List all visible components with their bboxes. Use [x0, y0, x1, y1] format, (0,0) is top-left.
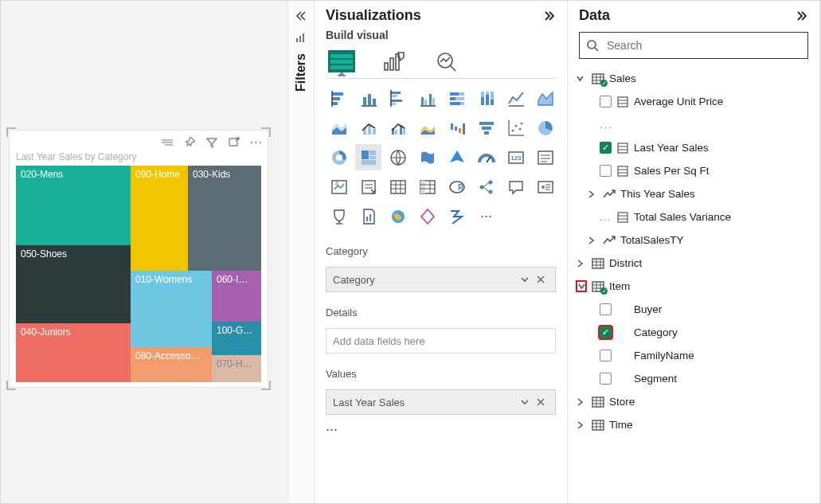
viz-goals-icon[interactable] — [326, 203, 352, 229]
field-more[interactable]: ... — [576, 113, 813, 136]
viz-funnel-icon[interactable] — [473, 115, 499, 141]
tab-analytics[interactable] — [431, 46, 463, 76]
checkbox[interactable] — [600, 96, 612, 107]
treemap-cell[interactable]: 020-Mens — [16, 166, 131, 245]
field-category[interactable]: Category — [576, 321, 813, 344]
report-canvas[interactable]: ··· Last Year Sales by Category 020-Mens… — [1, 1, 287, 503]
chevron-right-icon[interactable] — [587, 190, 598, 198]
filters-rail[interactable]: Filters — [287, 1, 315, 503]
expand-filters-icon[interactable] — [288, 7, 314, 25]
remove-field-icon[interactable] — [533, 397, 549, 407]
field-familyname[interactable]: FamilyName — [576, 344, 813, 367]
viz-area-icon[interactable] — [532, 85, 558, 111]
field-well-details[interactable]: Add data fields here — [326, 328, 556, 354]
checkbox[interactable] — [600, 350, 612, 361]
viz-decomposition-tree-icon[interactable] — [473, 174, 499, 200]
treemap-cell[interactable]: 070-H… — [212, 355, 261, 382]
field-this-year-sales[interactable]: This Year Sales — [576, 182, 813, 205]
viz-treemap-icon[interactable] — [355, 144, 381, 170]
viz-power-apps-icon[interactable] — [414, 203, 440, 229]
tab-format-visual[interactable] — [378, 46, 410, 76]
field-buyer[interactable]: Buyer — [576, 298, 813, 321]
field-segment[interactable]: Segment — [576, 367, 813, 390]
viz-clustered-bar-icon[interactable] — [385, 85, 411, 111]
viz-multi-row-card-icon[interactable] — [532, 144, 558, 170]
filter-icon[interactable] — [205, 136, 218, 149]
focus-mode-icon[interactable] — [228, 136, 240, 149]
table-district[interactable]: District — [576, 252, 813, 275]
more-options-icon[interactable]: ··· — [250, 136, 263, 149]
chevron-down-icon[interactable] — [517, 275, 533, 284]
checkbox[interactable] — [600, 142, 612, 154]
collapse-data-icon[interactable] — [796, 10, 808, 21]
viz-matrix-icon[interactable] — [414, 174, 440, 200]
checkbox[interactable] — [600, 373, 612, 385]
chevron-right-icon[interactable] — [587, 236, 598, 244]
viz-clustered-column-icon[interactable] — [414, 85, 440, 111]
treemap-cell[interactable]: 040-Juniors — [16, 323, 131, 382]
field-total-sales-variance[interactable]: ... Total Sales Variance — [576, 205, 813, 229]
remove-field-icon[interactable] — [533, 275, 549, 284]
viz-paginated-report-icon[interactable] — [355, 203, 381, 229]
field-sales-per-sqft[interactable]: Sales Per Sq Ft — [576, 159, 813, 182]
viz-r-visual-icon[interactable]: R — [444, 174, 470, 200]
viz-pie-icon[interactable] — [532, 115, 558, 141]
more-options-icon[interactable]: ··· — [315, 415, 567, 444]
chevron-down-icon[interactable] — [576, 280, 587, 292]
viz-gauge-icon[interactable] — [473, 144, 499, 170]
viz-table-icon[interactable] — [385, 174, 411, 200]
viz-map-icon[interactable] — [385, 144, 411, 170]
search-input[interactable] — [605, 38, 801, 53]
viz-azure-map-icon[interactable] — [444, 144, 470, 170]
field-average-unit-price[interactable]: Average Unit Price — [576, 90, 813, 113]
pin-icon[interactable] — [183, 136, 196, 149]
checkbox[interactable] — [600, 326, 612, 338]
field-last-year-sales[interactable]: Last Year Sales — [576, 136, 813, 159]
checkbox[interactable] — [600, 165, 612, 177]
tab-build-visual[interactable] — [326, 46, 358, 76]
viz-100-stacked-column-icon[interactable] — [473, 85, 499, 111]
treemap-cell[interactable]: 100-G… — [212, 322, 261, 355]
treemap-cell[interactable]: 010-Womens — [131, 271, 212, 347]
treemap-cell[interactable]: 050-Shoes — [16, 245, 131, 323]
viz-get-more-icon[interactable]: ··· — [473, 203, 499, 229]
viz-line-stacked-column-icon[interactable] — [355, 115, 381, 141]
viz-arcgis-icon[interactable] — [385, 203, 411, 229]
treemap-cell[interactable]: 030-Kids — [188, 166, 261, 271]
viz-slicer-icon[interactable] — [355, 174, 381, 200]
table-store[interactable]: Store — [576, 390, 813, 413]
viz-waterfall-icon[interactable] — [444, 115, 470, 141]
table-time[interactable]: Time — [576, 413, 813, 436]
chevron-down-icon[interactable] — [576, 74, 587, 83]
viz-stacked-bar-icon[interactable] — [326, 85, 352, 111]
chevron-right-icon[interactable] — [576, 398, 587, 406]
table-item[interactable]: ✓ Item — [576, 275, 813, 298]
viz-100-stacked-bar-icon[interactable] — [444, 85, 470, 111]
search-box[interactable] — [579, 32, 808, 59]
checkbox[interactable] — [600, 303, 612, 315]
field-total-sales-ty[interactable]: TotalSalesTY — [576, 229, 813, 252]
viz-key-influencers-icon[interactable] — [532, 174, 558, 200]
chevron-down-icon[interactable] — [517, 397, 533, 407]
viz-line-icon[interactable] — [502, 85, 529, 111]
viz-scatter-icon[interactable] — [502, 115, 529, 141]
field-well-category[interactable]: Category — [326, 267, 556, 292]
treemap-cell[interactable]: 060-I… — [212, 271, 261, 322]
viz-power-automate-icon[interactable] — [444, 203, 470, 229]
viz-donut-icon[interactable] — [326, 144, 352, 170]
viz-card-icon[interactable]: 123 — [502, 144, 529, 170]
treemap-chart[interactable]: 020-Mens 050-Shoes 040-Juniors 090-Home … — [16, 166, 261, 382]
drag-handle-icon[interactable] — [161, 136, 174, 149]
viz-line-clustered-column-icon[interactable] — [385, 115, 411, 141]
treemap-cell[interactable]: 080-Accesso… — [131, 347, 212, 382]
viz-stacked-area-icon[interactable] — [326, 115, 352, 141]
treemap-visual[interactable]: ··· Last Year Sales by Category 020-Mens… — [9, 130, 268, 388]
treemap-cell[interactable]: 090-Home — [131, 166, 188, 271]
chevron-right-icon[interactable] — [576, 260, 587, 268]
viz-filled-map-icon[interactable] — [414, 144, 440, 170]
chevron-right-icon[interactable] — [576, 421, 587, 429]
viz-q-and-a-icon[interactable] — [502, 174, 529, 200]
viz-stacked-column-icon[interactable] — [355, 85, 381, 111]
collapse-visualizations-icon[interactable] — [543, 10, 556, 21]
field-well-values[interactable]: Last Year Sales — [326, 389, 556, 415]
